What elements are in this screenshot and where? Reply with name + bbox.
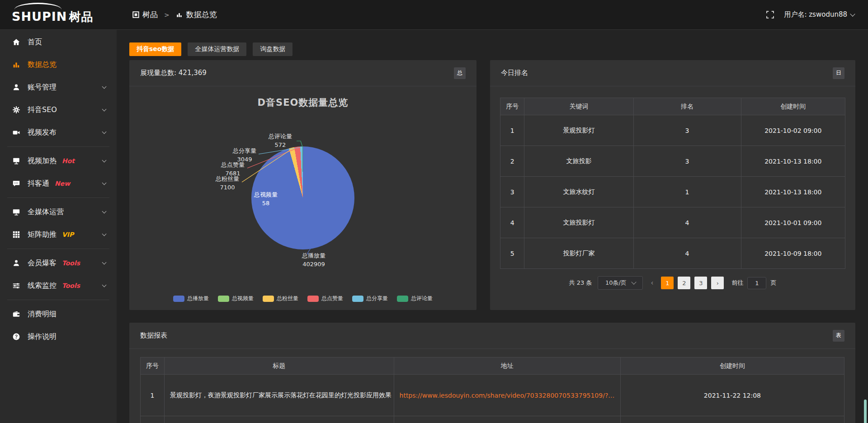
video-publish-icon [12,128,21,137]
breadcrumb-current[interactable]: 数据总览 [176,9,217,20]
data-report-panel: 数据报表 表 序号 标题 地址 创建时间 [129,323,855,423]
table-row: 1 景观投影灯，夜游景观投影灯厂家展示展示落花灯在花园里的灯光投影应用效果 # … [141,375,844,416]
sidebar-item-member-burst[interactable]: 会员爆客 Tools [0,252,117,274]
page-button-3[interactable]: 3 [694,277,707,289]
legend-chip [263,296,274,302]
table-header-row: 序号 标题 地址 创建时间 [141,357,844,375]
goto-label: 前往 [731,279,743,287]
legend-item-comments[interactable]: 总评论量 [397,295,433,302]
sidebar-item-lead-monitor[interactable]: 线索监控 Tools [0,274,117,297]
sidebar-item-doukertong[interactable]: 抖客通 New [0,172,117,195]
chevron-down-icon [102,130,107,134]
next-page-button[interactable]: › [711,277,724,289]
pie-label-comments: 总评论量 572 [269,132,292,150]
report-panel-header: 数据报表 表 [129,323,855,349]
legend-item-shares[interactable]: 总分享量 [352,295,388,302]
pie-label-videos: 总视频量 58 [254,191,278,208]
legend-item-likes[interactable]: 总点赞量 [307,295,343,302]
legend-item-videos[interactable]: 总视频量 [218,295,254,302]
tab-douyin-seo-data[interactable]: 抖音seo数据 [129,42,181,56]
monitor-icon [12,207,21,216]
sidebar-item-expense-detail[interactable]: 消费明细 [0,303,117,325]
goto-unit-label: 页 [770,279,776,287]
chevron-down-icon [102,209,107,214]
data-tabs: 抖音seo数据 全媒体运营数据 询盘数据 [129,42,855,56]
page-size-select[interactable]: 10条/页 [598,276,643,290]
legend-item-plays[interactable]: 总播放量 [173,295,209,302]
sidebar-item-matrix-boost[interactable]: 矩阵助推 VIP [0,223,117,246]
sidebar-item-video-heat[interactable]: 视频加热 Hot [0,150,117,172]
col-url: 地址 [394,357,620,375]
table-header-row: 序号 关键词 排名 创建时间 [500,98,845,115]
fullscreen-icon[interactable] [766,11,774,19]
impressions-total-label: 展现量总数: 421,369 [140,69,207,77]
bar-chart-icon [176,11,183,19]
page-button-1[interactable]: 1 [661,277,674,289]
logo-arc-decoration [14,3,61,16]
chevron-down-icon [850,11,855,16]
sliders-icon [12,281,21,290]
goto-page-input[interactable] [747,277,766,289]
sidebar-item-home[interactable]: 首页 [0,31,117,53]
logo-text-cn: 树品 [69,10,93,24]
table-row: 2文旅投影32021-10-13 18:00 [500,146,845,177]
report-table: 序号 标题 地址 创建时间 1 景观投影灯，夜游景观投影灯厂家展示展示落花灯在花… [140,357,844,423]
col-index: 序号 [141,357,165,375]
chat-icon [12,179,21,188]
data-overview-icon [12,60,21,69]
member-icon [12,258,21,268]
sidebar-item-video-publish[interactable]: 视频发布 [0,121,117,144]
seo-chart-panel: 展现量总数: 421,369 总 D音SEO数据量总览 总评论量 [129,60,476,310]
vip-badge: VIP [62,231,74,238]
chevron-down-icon [102,158,107,163]
sidebar-divider [7,197,109,198]
chevron-down-icon [102,107,107,112]
chevron-down-icon [102,232,107,236]
table-row: 1景观投影灯32021-10-02 09:00 [500,115,845,146]
sidebar-item-account[interactable]: 账号管理 [0,76,117,99]
pie-chart: D音SEO数据量总览 总评论量 572 总分享量 [129,86,476,310]
table-row: 3文旅水纹灯12021-10-13 18:00 [500,177,845,207]
sidebar-item-douyin-seo[interactable]: 抖音SEO [0,99,117,121]
sidebar: 首页 数据总览 账号管理 抖音SEO 视频发布 [0,30,117,423]
report-title-cell: 景观投影灯，夜游景观投影灯厂家展示展示落花灯在花园里的灯光投影应用效果 # [164,375,394,416]
col-title: 标题 [164,357,394,375]
sidebar-item-data-overview[interactable]: 数据总览 [0,53,117,76]
tab-media-operation-data[interactable]: 全媒体运营数据 [188,42,246,56]
table-row: 4文旅投影灯42021-10-01 09:00 [500,207,845,238]
user-menu[interactable]: 用户名: zswodun88 [784,10,854,19]
report-url-link[interactable]: https://www.iesdouyin.com/share/video/70… [394,375,620,416]
chevron-down-icon [102,181,107,185]
page-button-2[interactable]: 2 [678,277,690,289]
ranking-table: 序号 关键词 排名 创建时间 1景观投影灯32021-10-02 09:00 [500,98,845,269]
tools-badge: Tools [62,282,80,289]
app: SHUPIN树品 树品 > 数据总览 用户名: zswodun88 [0,0,868,423]
sidebar-divider [7,300,109,300]
total-count-label: 共 23 条 [569,279,592,287]
breadcrumb-current-label: 数据总览 [186,9,217,20]
table-toggle-button[interactable]: 表 [833,330,844,342]
tab-inquiry-data[interactable]: 询盘数据 [253,42,292,56]
home-icon [12,38,21,47]
pie-label-plays: 总播放量 402909 [302,252,326,269]
pie-label-fans: 总粉丝量 7100 [216,175,239,192]
sidebar-item-instructions[interactable]: 操作说明 [0,325,117,348]
breadcrumb-root[interactable]: 树品 [132,9,158,20]
prev-page-button[interactable]: ‹ [647,279,657,287]
total-toggle-button[interactable]: 总 [454,67,466,79]
chevron-down-icon [631,279,636,284]
col-created-at: 创建时间 [620,357,844,375]
chevron-down-icon [102,283,107,287]
new-badge: New [55,180,70,187]
day-toggle-button[interactable]: 日 [833,67,844,79]
chevron-down-icon [102,85,107,89]
scrollbar-thumb[interactable] [864,400,867,423]
chart-title: D音SEO数据量总览 [129,96,476,109]
breadcrumb: 树品 > 数据总览 [132,9,217,20]
username-label: 用户名: zswodun88 [784,10,847,19]
col-keyword: 关键词 [524,98,633,115]
sidebar-item-media-operation[interactable]: 全媒体运营 [0,201,117,223]
legend-chip [173,296,184,302]
legend-item-fans[interactable]: 总粉丝量 [263,295,298,302]
ranking-panel-header: 今日排名 日 [490,60,855,86]
